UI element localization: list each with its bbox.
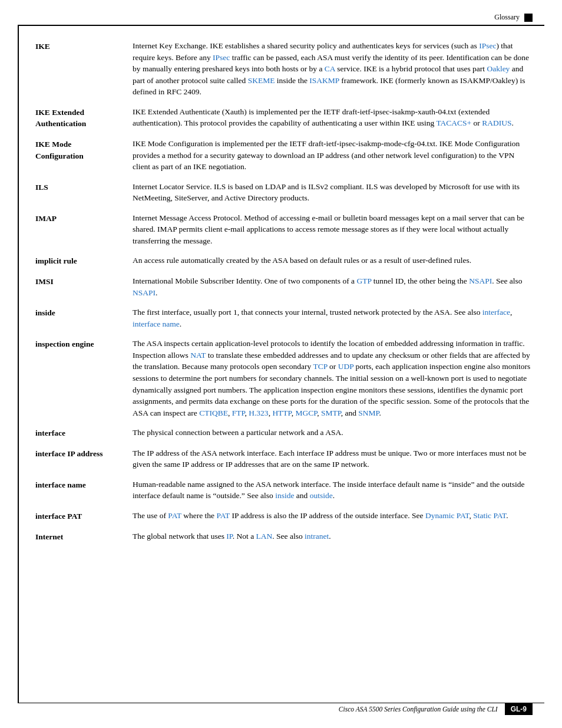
glossary-row: IKE ExtendedAuthenticationIKE Extended A… [35,106,533,138]
glossary-link[interactable]: IPsec [213,53,230,62]
glossary-link[interactable]: NAT [190,351,206,360]
glossary-term: interface IP address [35,447,133,479]
glossary-term: interface PAT [35,510,133,531]
glossary-definition: The ASA inspects certain application-lev… [133,338,533,427]
top-border [18,25,544,26]
glossary-table: IKEInternet Key Exchange. IKE establishe… [35,40,533,551]
glossary-link[interactable]: TCP [313,362,327,371]
glossary-link[interactable]: outside [310,491,333,500]
glossary-link[interactable]: ISAKMP [309,76,339,85]
glossary-definition: International Mobile Subscriber Identity… [133,275,533,307]
glossary-term: Internet [35,531,133,551]
glossary-link[interactable]: IP [226,532,233,541]
glossary-term: ILS [35,181,133,212]
glossary-link[interactable]: TACACS+ [436,118,471,127]
glossary-link[interactable]: GTP [356,276,371,285]
glossary-definition: Internet Key Exchange. IKE establishes a… [133,40,533,106]
glossary-link[interactable]: Static PAT [473,511,506,520]
glossary-definition: An access rule automatically created by … [133,255,533,275]
glossary-link[interactable]: PAT [217,511,230,520]
glossary-link[interactable]: inside [275,491,294,500]
glossary-row: interface IP addressThe IP address of th… [35,447,533,479]
glossary-row: interfaceThe physical connection between… [35,427,533,447]
glossary-row: IMSIInternational Mobile Subscriber Iden… [35,275,533,307]
glossary-link[interactable]: Dynamic PAT [425,511,470,520]
glossary-definition: The IP address of the ASA network interf… [133,447,533,479]
glossary-link[interactable]: IPsec [479,41,496,50]
glossary-term: IKE [35,40,133,106]
page-footer: Cisco ASA 5500 Series Configuration Guid… [0,703,562,715]
glossary-row: InternetThe global network that uses IP.… [35,531,533,551]
glossary-link[interactable]: CTIQBE [199,409,228,417]
glossary-term: interface [35,427,133,447]
left-line [18,25,19,703]
glossary-definition: Internet Message Access Protocol. Method… [133,212,533,255]
glossary-row: implicit ruleAn access rule automaticall… [35,255,533,275]
glossary-term: IKE ModeConfiguration [35,138,133,181]
glossary-row: IKE ModeConfigurationIKE Mode Configurat… [35,138,533,181]
glossary-term: IMSI [35,275,133,307]
glossary-link[interactable]: RADIUS [482,118,511,127]
glossary-link[interactable]: Oakley [487,64,510,73]
glossary-link[interactable]: SKEME [248,76,275,85]
glossary-link[interactable]: LAN [256,532,273,541]
glossary-row: IKEInternet Key Exchange. IKE establishe… [35,40,533,106]
glossary-term: interface name [35,479,133,510]
glossary-term: inspection engine [35,338,133,427]
header-title: Glossary [494,13,520,22]
glossary-row: interface nameHuman-readable name assign… [35,479,533,510]
glossary-link[interactable]: UDP [338,362,354,371]
glossary-row: interface PATThe use of PAT where the PA… [35,510,533,531]
glossary-term: implicit rule [35,255,133,275]
glossary-definition: The first interface, usually port 1, tha… [133,307,533,338]
glossary-link[interactable]: NSAPI [469,276,492,285]
glossary-definition: The use of PAT where the PAT IP address … [133,510,533,531]
glossary-definition: The global network that uses IP. Not a L… [133,531,533,551]
glossary-link[interactable]: NSAPI [133,288,156,297]
glossary-row: IMAPInternet Message Access Protocol. Me… [35,212,533,255]
glossary-term: IKE ExtendedAuthentication [35,106,133,138]
footer-page-num: GL-9 [505,703,533,715]
glossary-link[interactable]: SNMP [358,409,379,417]
glossary-term: IMAP [35,212,133,255]
glossary-row: inspection engineThe ASA inspects certai… [35,338,533,427]
glossary-definition: IKE Mode Configuration is implemented pe… [133,138,533,181]
glossary-link[interactable]: interface [482,308,510,317]
glossary-link[interactable]: HTTP [272,409,291,417]
glossary-link[interactable]: CA [325,64,335,73]
page: Glossary IKEInternet Key Exchange. IKE e… [0,0,562,728]
glossary-definition: The physical connection between a partic… [133,427,533,447]
glossary-link[interactable]: H.323 [249,409,268,417]
glossary-row: ILSInternet Locator Service. ILS is base… [35,181,533,212]
glossary-link[interactable]: MGCP [295,409,317,417]
glossary-link[interactable]: FTP [232,409,245,417]
glossary-link[interactable]: SMTP [321,409,341,417]
glossary-link[interactable]: intranet [305,532,329,541]
glossary-definition: Internet Locator Service. ILS is based o… [133,181,533,212]
glossary-definition: Human-readable name assigned to the ASA … [133,479,533,510]
content-area: IKEInternet Key Exchange. IKE establishe… [35,40,533,687]
glossary-link[interactable]: PAT [168,511,181,520]
glossary-term: inside [35,307,133,338]
glossary-link[interactable]: interface name [133,319,180,328]
header-square [524,14,533,22]
glossary-row: insideThe first interface, usually port … [35,307,533,338]
footer-guide-title: Cisco ASA 5500 Series Configuration Guid… [339,706,498,713]
page-header: Glossary [494,13,533,22]
glossary-definition: IKE Extended Authenticate (Xauth) is imp… [133,106,533,138]
